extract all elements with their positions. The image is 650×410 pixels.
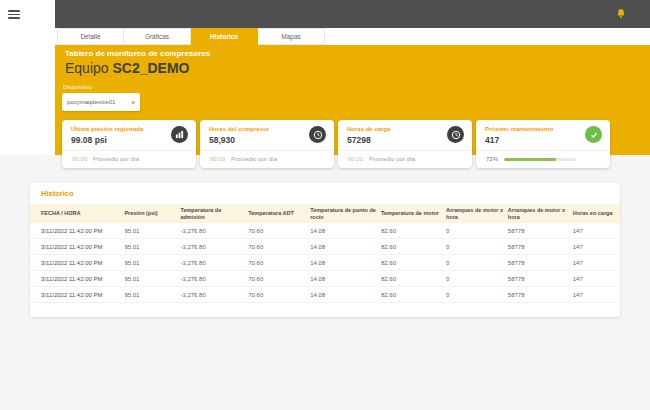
tab-mapas[interactable]: Mapas — [258, 28, 325, 45]
equipment-label: Equipo — [65, 60, 109, 76]
table-cell: 14.08 — [310, 260, 381, 266]
table-cell: 70.60 — [248, 260, 310, 266]
equipment-name: Equipo SC2_DEMO — [65, 60, 190, 76]
card-avg-value: 90.00 — [348, 156, 363, 162]
table-cell: 14.08 — [310, 244, 381, 250]
table-cell: 147 — [573, 276, 620, 282]
card-next-maintenance: Próximo mantenimiento 417 72% — [476, 120, 610, 168]
card-avg-label: Promedio por día — [93, 156, 139, 162]
page-title: Tablero de monitoreo de compresores — [65, 49, 210, 58]
table-cell: 82.60 — [381, 228, 446, 234]
table-column-header: Arranques de motor x hora — [446, 207, 508, 220]
table-row: 3/11/2022 11:42:00 PM95.01-3,276.8070.60… — [30, 255, 620, 271]
table-cell: 95.01 — [124, 292, 180, 298]
card-load-hours: Horas de carga 57298 90.00 Promedio por … — [338, 120, 472, 168]
table-cell: 3/11/2022 11:42:00 PM — [30, 292, 124, 298]
table-column-header: Horas en carga — [573, 210, 620, 217]
table-cell: 0 — [446, 228, 508, 234]
table-title: Historico — [41, 189, 74, 198]
chevron-down-icon: ▾ — [131, 99, 135, 106]
card-last-pressure: Última presión registrada 99.08 psi 90.0… — [62, 120, 196, 168]
card-avg-value: 90.00 — [210, 156, 225, 162]
table-cell: -3,276.80 — [180, 244, 248, 250]
table-cell: 95.01 — [124, 276, 180, 282]
table-cell: 82.60 — [381, 260, 446, 266]
table-cell: -3,276.80 — [180, 276, 248, 282]
table-cell: 14.08 — [310, 276, 381, 282]
table-cell: 70.60 — [248, 244, 310, 250]
compressor-dashboard: Detalle Gráficas Historico Mapas Tablero… — [0, 0, 650, 410]
table-cell: -3,276.80 — [180, 260, 248, 266]
table-header-row: FECHA / HORAPresión (psi)Temperatura de … — [30, 204, 620, 223]
table-cell: 70.60 — [248, 292, 310, 298]
card-avg-label: Promedio por día — [369, 156, 415, 162]
table-body: 3/11/2022 11:42:00 PM95.01-3,276.8070.60… — [30, 223, 620, 303]
table-cell: 147 — [573, 244, 620, 250]
menu-icon[interactable] — [8, 10, 20, 19]
table-cell: 95.01 — [124, 260, 180, 266]
table-cell: 3/11/2022 11:42:00 PM — [30, 260, 124, 266]
table-cell: 82.60 — [381, 292, 446, 298]
bar-chart-icon — [171, 126, 188, 143]
history-table-card: Historico FECHA / HORAPresión (psi)Tempe… — [30, 183, 620, 317]
table-cell: 14.08 — [310, 228, 381, 234]
clock-icon — [309, 126, 326, 143]
table-cell: 3/11/2022 11:42:00 PM — [30, 276, 124, 282]
table-column-header: Temperatura de punto de rocío — [310, 207, 381, 220]
table-cell: 58778 — [508, 228, 573, 234]
table-cell: 58778 — [508, 244, 573, 250]
table-cell: 0 — [446, 276, 508, 282]
table-cell: 70.60 — [248, 276, 310, 282]
clock-icon — [447, 126, 464, 143]
table-row: 3/11/2022 11:42:00 PM95.01-3,276.8070.60… — [30, 271, 620, 287]
table-column-header: Presión (psi) — [124, 210, 180, 217]
table-cell: 82.60 — [381, 276, 446, 282]
table-cell: 95.01 — [124, 228, 180, 234]
card-compressor-hours: Horas del compresor 58,930 90.00 Promedi… — [200, 120, 334, 168]
table-column-header: Temperatura de admisión — [180, 207, 248, 220]
table-cell: 95.01 — [124, 244, 180, 250]
table-column-header: FECHA / HORA — [30, 210, 124, 217]
device-select-value: pocymaqdevice01 — [67, 99, 115, 105]
card-avg-label: Promedio por día — [231, 156, 277, 162]
maintenance-progress-bar — [504, 158, 576, 161]
equipment-id: SC2_DEMO — [112, 60, 189, 76]
table-column-header: Temperatura de motor — [381, 210, 446, 217]
table-cell: 147 — [573, 292, 620, 298]
table-cell: -3,276.80 — [180, 292, 248, 298]
table-column-header: Arranques de motor x hora — [508, 207, 573, 220]
maintenance-progress-fill — [504, 158, 556, 161]
table-cell: 70.60 — [248, 228, 310, 234]
table-row: 3/11/2022 11:42:00 PM95.01-3,276.8070.60… — [30, 223, 620, 239]
table-cell: 58778 — [508, 260, 573, 266]
table-cell: 3/11/2022 11:42:00 PM — [30, 244, 124, 250]
card-avg-value: 90.00 — [72, 156, 87, 162]
table-cell: 0 — [446, 260, 508, 266]
table-row: 3/11/2022 11:42:00 PM95.01-3,276.8070.60… — [30, 239, 620, 255]
table-cell: 58778 — [508, 276, 573, 282]
maintenance-progress-label: 72% — [486, 156, 498, 162]
device-label: Dispositivo — [63, 84, 92, 90]
table-cell: 147 — [573, 260, 620, 266]
topbar — [55, 0, 650, 28]
table-cell: 0 — [446, 292, 508, 298]
table-cell: 147 — [573, 228, 620, 234]
table-cell: 82.60 — [381, 244, 446, 250]
check-icon — [585, 126, 602, 143]
table-cell: 0 — [446, 244, 508, 250]
table-column-header: Temperatura ADT — [248, 210, 310, 217]
tab-graficas[interactable]: Gráficas — [124, 28, 191, 45]
table-row: 3/11/2022 11:42:00 PM95.01-3,276.8070.60… — [30, 287, 620, 303]
table-cell: -3,276.80 — [180, 228, 248, 234]
tab-detalle[interactable]: Detalle — [57, 28, 124, 45]
table-cell: 3/11/2022 11:42:00 PM — [30, 228, 124, 234]
bell-icon[interactable] — [616, 8, 626, 19]
device-select[interactable]: pocymaqdevice01 ▾ — [62, 93, 140, 111]
tab-historico[interactable]: Historico — [191, 28, 258, 45]
table-cell: 58778 — [508, 292, 573, 298]
tab-bar: Detalle Gráficas Historico Mapas — [55, 28, 650, 45]
table-cell: 14.08 — [310, 292, 381, 298]
